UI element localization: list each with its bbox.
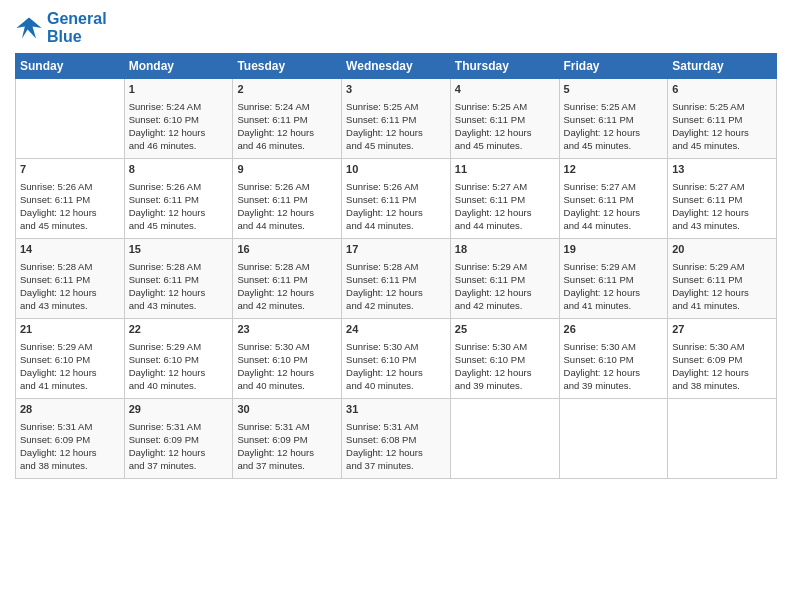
calendar-cell xyxy=(450,399,559,479)
day-info-line: and 42 minutes. xyxy=(237,299,337,312)
day-info-line: Sunset: 6:09 PM xyxy=(129,433,229,446)
day-info-line: and 45 minutes. xyxy=(564,139,664,152)
day-number: 29 xyxy=(129,402,229,417)
header: General Blue xyxy=(15,10,777,45)
day-info-line: Sunrise: 5:27 AM xyxy=(564,180,664,193)
calendar-cell: 6Sunrise: 5:25 AMSunset: 6:11 PMDaylight… xyxy=(668,79,777,159)
calendar-cell: 19Sunrise: 5:29 AMSunset: 6:11 PMDayligh… xyxy=(559,239,668,319)
week-row-2: 7Sunrise: 5:26 AMSunset: 6:11 PMDaylight… xyxy=(16,159,777,239)
calendar-cell: 9Sunrise: 5:26 AMSunset: 6:11 PMDaylight… xyxy=(233,159,342,239)
day-info-line: Sunset: 6:10 PM xyxy=(237,353,337,366)
day-info-line: Daylight: 12 hours xyxy=(564,366,664,379)
day-info-line: Daylight: 12 hours xyxy=(129,446,229,459)
week-row-4: 21Sunrise: 5:29 AMSunset: 6:10 PMDayligh… xyxy=(16,319,777,399)
calendar-cell: 4Sunrise: 5:25 AMSunset: 6:11 PMDaylight… xyxy=(450,79,559,159)
day-info-line: Sunset: 6:10 PM xyxy=(455,353,555,366)
calendar-cell: 20Sunrise: 5:29 AMSunset: 6:11 PMDayligh… xyxy=(668,239,777,319)
calendar-cell: 30Sunrise: 5:31 AMSunset: 6:09 PMDayligh… xyxy=(233,399,342,479)
day-number: 24 xyxy=(346,322,446,337)
day-info-line: and 37 minutes. xyxy=(346,459,446,472)
day-info-line: Daylight: 12 hours xyxy=(455,206,555,219)
day-info-line: Sunrise: 5:25 AM xyxy=(346,100,446,113)
day-number: 19 xyxy=(564,242,664,257)
day-info-line: Daylight: 12 hours xyxy=(346,286,446,299)
day-info-line: and 40 minutes. xyxy=(237,379,337,392)
day-info-line: Sunset: 6:10 PM xyxy=(20,353,120,366)
day-info-line: Sunset: 6:11 PM xyxy=(455,193,555,206)
calendar-cell: 17Sunrise: 5:28 AMSunset: 6:11 PMDayligh… xyxy=(342,239,451,319)
calendar-cell: 31Sunrise: 5:31 AMSunset: 6:08 PMDayligh… xyxy=(342,399,451,479)
day-info-line: Sunrise: 5:28 AM xyxy=(129,260,229,273)
day-info-line: Sunrise: 5:24 AM xyxy=(237,100,337,113)
day-info-line: Sunset: 6:11 PM xyxy=(129,193,229,206)
day-info-line: and 46 minutes. xyxy=(237,139,337,152)
day-info-line: Sunset: 6:08 PM xyxy=(346,433,446,446)
day-number: 21 xyxy=(20,322,120,337)
day-info-line: Daylight: 12 hours xyxy=(346,366,446,379)
day-info-line: Sunset: 6:10 PM xyxy=(129,113,229,126)
day-info-line: Daylight: 12 hours xyxy=(237,206,337,219)
day-info-line: Daylight: 12 hours xyxy=(129,366,229,379)
day-number: 4 xyxy=(455,82,555,97)
day-info-line: Sunrise: 5:26 AM xyxy=(346,180,446,193)
day-info-line: Sunset: 6:10 PM xyxy=(346,353,446,366)
day-info-line: Daylight: 12 hours xyxy=(129,286,229,299)
calendar-cell: 16Sunrise: 5:28 AMSunset: 6:11 PMDayligh… xyxy=(233,239,342,319)
day-info-line: and 38 minutes. xyxy=(672,379,772,392)
day-info-line: Daylight: 12 hours xyxy=(564,126,664,139)
day-header-tuesday: Tuesday xyxy=(233,54,342,79)
day-info-line: Daylight: 12 hours xyxy=(129,206,229,219)
day-info-line: Sunset: 6:11 PM xyxy=(346,273,446,286)
day-info-line: Sunset: 6:11 PM xyxy=(672,193,772,206)
day-number: 15 xyxy=(129,242,229,257)
day-info-line: and 41 minutes. xyxy=(20,379,120,392)
day-info-line: Sunset: 6:11 PM xyxy=(564,113,664,126)
calendar-cell: 10Sunrise: 5:26 AMSunset: 6:11 PMDayligh… xyxy=(342,159,451,239)
day-number: 10 xyxy=(346,162,446,177)
day-number: 26 xyxy=(564,322,664,337)
day-info-line: Sunset: 6:11 PM xyxy=(346,193,446,206)
logo-icon xyxy=(15,14,43,42)
day-info-line: Sunrise: 5:30 AM xyxy=(455,340,555,353)
day-info-line: Sunset: 6:11 PM xyxy=(129,273,229,286)
day-number: 5 xyxy=(564,82,664,97)
day-info-line: Sunrise: 5:30 AM xyxy=(564,340,664,353)
day-info-line: and 39 minutes. xyxy=(455,379,555,392)
day-info-line: Sunrise: 5:29 AM xyxy=(129,340,229,353)
day-info-line: Daylight: 12 hours xyxy=(20,366,120,379)
day-info-line: and 41 minutes. xyxy=(564,299,664,312)
day-info-line: and 42 minutes. xyxy=(455,299,555,312)
day-info-line: and 43 minutes. xyxy=(672,219,772,232)
day-number: 13 xyxy=(672,162,772,177)
day-number: 16 xyxy=(237,242,337,257)
day-info-line: and 44 minutes. xyxy=(237,219,337,232)
day-info-line: Sunset: 6:11 PM xyxy=(564,193,664,206)
day-info-line: Sunrise: 5:30 AM xyxy=(672,340,772,353)
day-info-line: and 45 minutes. xyxy=(455,139,555,152)
day-info-line: Sunrise: 5:28 AM xyxy=(237,260,337,273)
svg-marker-0 xyxy=(16,17,41,38)
day-info-line: and 43 minutes. xyxy=(129,299,229,312)
day-info-line: Daylight: 12 hours xyxy=(20,206,120,219)
day-info-line: and 37 minutes. xyxy=(237,459,337,472)
day-info-line: Sunrise: 5:30 AM xyxy=(346,340,446,353)
calendar-cell: 24Sunrise: 5:30 AMSunset: 6:10 PMDayligh… xyxy=(342,319,451,399)
day-info-line: Sunset: 6:11 PM xyxy=(237,113,337,126)
day-info-line: Sunrise: 5:28 AM xyxy=(20,260,120,273)
calendar-cell: 8Sunrise: 5:26 AMSunset: 6:11 PMDaylight… xyxy=(124,159,233,239)
calendar-cell xyxy=(16,79,125,159)
day-info-line: Sunrise: 5:31 AM xyxy=(346,420,446,433)
calendar-cell: 26Sunrise: 5:30 AMSunset: 6:10 PMDayligh… xyxy=(559,319,668,399)
day-number: 27 xyxy=(672,322,772,337)
day-info-line: Sunset: 6:10 PM xyxy=(564,353,664,366)
day-info-line: Sunrise: 5:28 AM xyxy=(346,260,446,273)
day-info-line: Sunset: 6:10 PM xyxy=(129,353,229,366)
day-number: 22 xyxy=(129,322,229,337)
logo-text: General Blue xyxy=(47,10,107,45)
calendar-cell: 15Sunrise: 5:28 AMSunset: 6:11 PMDayligh… xyxy=(124,239,233,319)
day-number: 28 xyxy=(20,402,120,417)
day-info-line: and 44 minutes. xyxy=(346,219,446,232)
day-info-line: Daylight: 12 hours xyxy=(346,206,446,219)
day-info-line: Sunrise: 5:26 AM xyxy=(237,180,337,193)
day-number: 3 xyxy=(346,82,446,97)
